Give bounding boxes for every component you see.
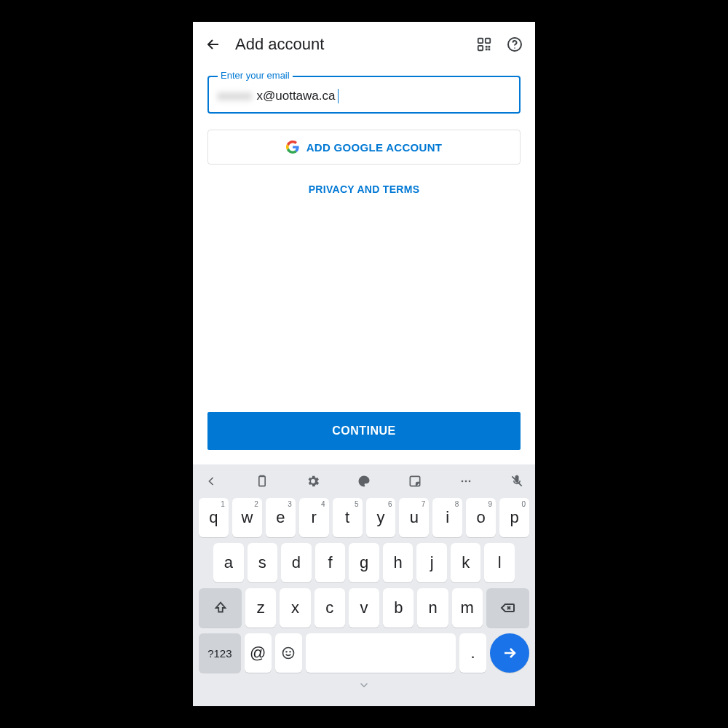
header: Add account bbox=[193, 22, 535, 66]
svg-point-12 bbox=[465, 480, 467, 483]
mic-off-icon[interactable] bbox=[509, 473, 525, 489]
key-l[interactable]: l bbox=[484, 543, 515, 582]
svg-rect-6 bbox=[486, 49, 488, 51]
svg-rect-0 bbox=[478, 39, 483, 43]
backspace-key[interactable] bbox=[486, 588, 529, 628]
keyboard-toolbar bbox=[196, 469, 532, 495]
key-c[interactable]: c bbox=[314, 588, 345, 628]
more-icon[interactable] bbox=[458, 473, 474, 489]
content: Enter your email xxxxx x@uottawa.ca ADD … bbox=[193, 66, 535, 464]
key-z[interactable]: z bbox=[245, 588, 276, 628]
svg-rect-1 bbox=[486, 39, 490, 43]
privacy-link[interactable]: PRIVACY AND TERMS bbox=[207, 183, 521, 195]
enter-key[interactable] bbox=[490, 633, 529, 673]
key-f[interactable]: f bbox=[315, 543, 346, 582]
keyboard: q1w2e3r4t5y6u7i8o9p0 asdfghjkl zxcvbnm ?… bbox=[193, 464, 535, 706]
keyboard-row-1: q1w2e3r4t5y6u7i8o9p0 bbox=[196, 495, 532, 540]
sticker-icon[interactable] bbox=[407, 473, 423, 489]
key-i[interactable]: i8 bbox=[432, 498, 462, 537]
svg-rect-4 bbox=[488, 49, 491, 51]
svg-point-16 bbox=[290, 652, 290, 652]
add-google-account-button[interactable]: ADD GOOGLE ACCOUNT bbox=[207, 130, 521, 165]
email-masked: xxxxx bbox=[218, 89, 253, 103]
google-button-label: ADD GOOGLE ACCOUNT bbox=[306, 141, 443, 154]
key-u[interactable]: u7 bbox=[399, 498, 429, 537]
svg-rect-9 bbox=[259, 476, 265, 486]
key-s[interactable]: s bbox=[248, 543, 278, 582]
key-d[interactable]: d bbox=[281, 543, 312, 582]
key-g[interactable]: g bbox=[349, 543, 379, 582]
phone-frame: Add account Enter your email xxxxx x@uot… bbox=[193, 22, 535, 706]
key-e[interactable]: e3 bbox=[266, 498, 296, 537]
keyboard-row-4: ?123 @ . bbox=[196, 630, 532, 676]
keyboard-row-3: zxcvbnm bbox=[196, 585, 532, 630]
email-field[interactable]: Enter your email xxxxx x@uottawa.ca bbox=[207, 76, 521, 114]
svg-point-13 bbox=[469, 480, 471, 483]
shift-key[interactable] bbox=[199, 588, 242, 628]
key-k[interactable]: k bbox=[451, 543, 481, 582]
key-p[interactable]: p0 bbox=[499, 498, 529, 537]
key-r[interactable]: r4 bbox=[299, 498, 329, 537]
email-value: x@uottawa.ca bbox=[257, 89, 336, 103]
svg-rect-2 bbox=[478, 46, 483, 50]
svg-rect-5 bbox=[488, 46, 491, 48]
key-n[interactable]: n bbox=[417, 588, 448, 628]
key-q[interactable]: q1 bbox=[199, 498, 229, 537]
emoji-key[interactable] bbox=[275, 633, 302, 673]
keyboard-row-2: asdfghjkl bbox=[196, 540, 532, 585]
nav-hint-icon[interactable] bbox=[196, 676, 532, 695]
key-x[interactable]: x bbox=[280, 588, 310, 628]
page-title: Add account bbox=[235, 35, 324, 54]
key-m[interactable]: m bbox=[452, 588, 483, 628]
google-logo-icon bbox=[286, 141, 299, 154]
key-h[interactable]: h bbox=[383, 543, 414, 582]
key-w[interactable]: w2 bbox=[232, 498, 262, 537]
svg-rect-10 bbox=[410, 476, 419, 486]
key-o[interactable]: o9 bbox=[466, 498, 496, 537]
back-icon[interactable] bbox=[205, 36, 222, 53]
svg-point-8 bbox=[514, 47, 515, 49]
space-key[interactable] bbox=[306, 633, 456, 673]
svg-point-15 bbox=[286, 652, 287, 652]
symbols-key[interactable]: ?123 bbox=[199, 633, 241, 673]
continue-button[interactable]: CONTINUE bbox=[207, 412, 521, 450]
key-a[interactable]: a bbox=[213, 543, 244, 582]
key-j[interactable]: j bbox=[416, 543, 447, 582]
svg-point-14 bbox=[283, 648, 294, 659]
palette-icon[interactable] bbox=[356, 473, 372, 489]
qr-icon[interactable] bbox=[475, 36, 493, 53]
key-b[interactable]: b bbox=[383, 588, 414, 628]
key-v[interactable]: v bbox=[349, 588, 379, 628]
period-key[interactable]: . bbox=[459, 633, 486, 673]
svg-point-11 bbox=[462, 480, 464, 483]
help-icon[interactable] bbox=[506, 36, 523, 53]
svg-rect-3 bbox=[486, 46, 488, 48]
key-t[interactable]: t5 bbox=[333, 498, 363, 537]
clipboard-icon[interactable] bbox=[254, 473, 270, 489]
email-label: Enter your email bbox=[218, 70, 293, 81]
chevron-left-icon[interactable] bbox=[203, 473, 219, 489]
gear-icon[interactable] bbox=[305, 473, 321, 489]
at-key[interactable]: @ bbox=[245, 633, 272, 673]
key-y[interactable]: y6 bbox=[366, 498, 396, 537]
text-cursor bbox=[338, 89, 339, 103]
